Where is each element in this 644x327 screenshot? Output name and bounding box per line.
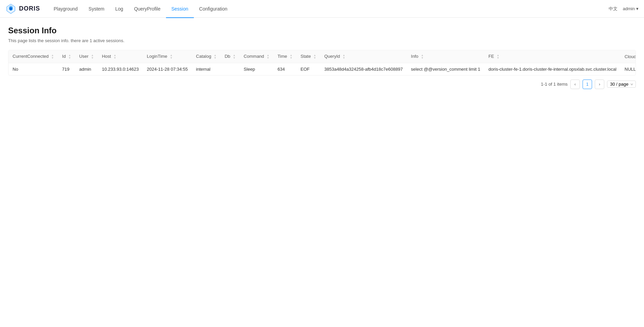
page-description: This page lists the session info. there … bbox=[8, 38, 636, 43]
sort-icon-db: ▲▼ bbox=[233, 54, 236, 59]
table-header-row: CurrentConnected ▲▼ Id ▲▼ User ▲▼ Host ▲… bbox=[8, 50, 636, 63]
main-content: Session Info This page lists the session… bbox=[0, 18, 644, 101]
cell-state: EOF bbox=[296, 63, 320, 75]
cell-id: 719 bbox=[58, 63, 75, 75]
cell-currentconnected: No bbox=[8, 63, 58, 75]
sort-icon-id: ▲▼ bbox=[68, 54, 71, 59]
nav-item-system[interactable]: System bbox=[83, 0, 110, 18]
col-time[interactable]: Time ▲▼ bbox=[273, 50, 296, 63]
header-right: 中文 admin ▾ bbox=[609, 6, 639, 12]
pagination: 1-1 of 1 items ‹ 1 › 30 / page bbox=[8, 75, 636, 93]
sort-icon-fe: ▲▼ bbox=[497, 54, 499, 59]
sort-icon-user: ▲▼ bbox=[91, 54, 94, 59]
cell-fe: doris-cluster-fe-1.doris-cluster-fe-inte… bbox=[484, 63, 621, 75]
cell-logintime: 2024-11-28 07:34:55 bbox=[143, 63, 192, 75]
admin-label: admin bbox=[623, 6, 635, 11]
admin-menu[interactable]: admin ▾ bbox=[623, 6, 639, 11]
col-host[interactable]: Host ▲▼ bbox=[98, 50, 143, 63]
col-currentconnected[interactable]: CurrentConnected ▲▼ bbox=[8, 50, 58, 63]
sort-icon-currentconnected: ▲▼ bbox=[51, 54, 54, 59]
session-table: CurrentConnected ▲▼ Id ▲▼ User ▲▼ Host ▲… bbox=[8, 50, 636, 75]
prev-page-button[interactable]: ‹ bbox=[570, 80, 580, 89]
col-cloudc[interactable]: CloudC bbox=[621, 50, 636, 63]
nav-item-playground[interactable]: Playground bbox=[48, 0, 83, 18]
cell-queryid: 3853a48d4a324258-afb4d18c7e608897 bbox=[320, 63, 407, 75]
admin-chevron-icon: ▾ bbox=[636, 6, 639, 11]
sort-icon-queryid: ▲▼ bbox=[343, 54, 345, 59]
col-catalog[interactable]: Catalog ▲▼ bbox=[192, 50, 220, 63]
main-nav: Playground System Log QueryProfile Sessi… bbox=[48, 0, 233, 17]
current-page-button[interactable]: 1 bbox=[583, 80, 592, 89]
sort-icon-state: ▲▼ bbox=[313, 54, 316, 59]
sort-icon-command: ▲▼ bbox=[266, 54, 269, 59]
table-row: No719admin10.233.93.0:146232024-11-28 07… bbox=[8, 63, 636, 75]
cell-time: 634 bbox=[273, 63, 296, 75]
col-id[interactable]: Id ▲▼ bbox=[58, 50, 75, 63]
sort-icon-logintime: ▲▼ bbox=[170, 54, 172, 59]
page-title: Session Info bbox=[8, 26, 636, 35]
sort-icon-host: ▲▼ bbox=[114, 54, 116, 59]
page-size-select[interactable]: 30 / page bbox=[607, 81, 636, 88]
doris-logo-icon bbox=[5, 3, 16, 14]
pagination-summary: 1-1 of 1 items bbox=[541, 82, 568, 87]
cell-db bbox=[221, 63, 240, 75]
header: DORIS Playground System Log QueryProfile… bbox=[0, 0, 644, 18]
nav-item-queryprofile[interactable]: QueryProfile bbox=[129, 0, 166, 18]
col-fe[interactable]: FE ▲▼ bbox=[484, 50, 621, 63]
col-info[interactable]: Info ▲▼ bbox=[407, 50, 484, 63]
cell-command: Sleep bbox=[240, 63, 274, 75]
nav-item-log[interactable]: Log bbox=[110, 0, 129, 18]
nav-item-configuration[interactable]: Configuration bbox=[194, 0, 233, 18]
col-db[interactable]: Db ▲▼ bbox=[221, 50, 240, 63]
col-state[interactable]: State ▲▼ bbox=[296, 50, 320, 63]
sort-icon-time: ▲▼ bbox=[290, 54, 292, 59]
nav-item-session[interactable]: Session bbox=[166, 0, 194, 18]
sort-icon-info: ▲▼ bbox=[421, 54, 424, 59]
cell-cloudc: NULL bbox=[621, 63, 636, 75]
col-command[interactable]: Command ▲▼ bbox=[240, 50, 274, 63]
col-queryid[interactable]: QueryId ▲▼ bbox=[320, 50, 407, 63]
cell-host: 10.233.93.0:14623 bbox=[98, 63, 143, 75]
col-user[interactable]: User ▲▼ bbox=[75, 50, 98, 63]
language-button[interactable]: 中文 bbox=[609, 6, 618, 12]
cell-catalog: internal bbox=[192, 63, 220, 75]
next-page-button[interactable]: › bbox=[595, 80, 604, 89]
brand-name: DORIS bbox=[19, 5, 40, 12]
logo-area: DORIS bbox=[5, 3, 40, 14]
sort-icon-catalog: ▲▼ bbox=[214, 54, 217, 59]
cell-user: admin bbox=[75, 63, 98, 75]
session-table-wrapper: CurrentConnected ▲▼ Id ▲▼ User ▲▼ Host ▲… bbox=[8, 50, 636, 75]
col-logintime[interactable]: LoginTime ▲▼ bbox=[143, 50, 192, 63]
cell-info: select @@version_comment limit 1 bbox=[407, 63, 484, 75]
